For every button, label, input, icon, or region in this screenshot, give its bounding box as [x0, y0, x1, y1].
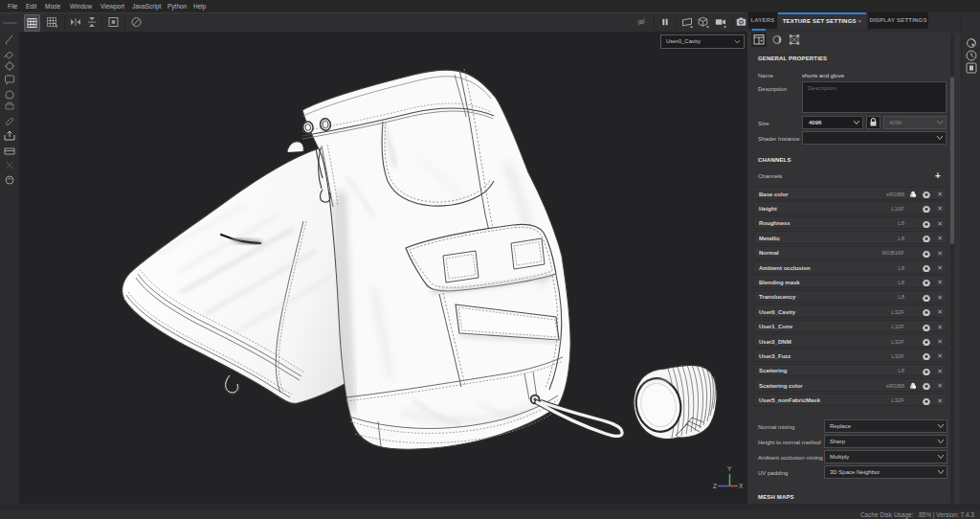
svg-text:Z: Z — [713, 483, 717, 489]
svg-text:Y: Y — [727, 465, 732, 472]
svg-text:X: X — [739, 483, 744, 489]
